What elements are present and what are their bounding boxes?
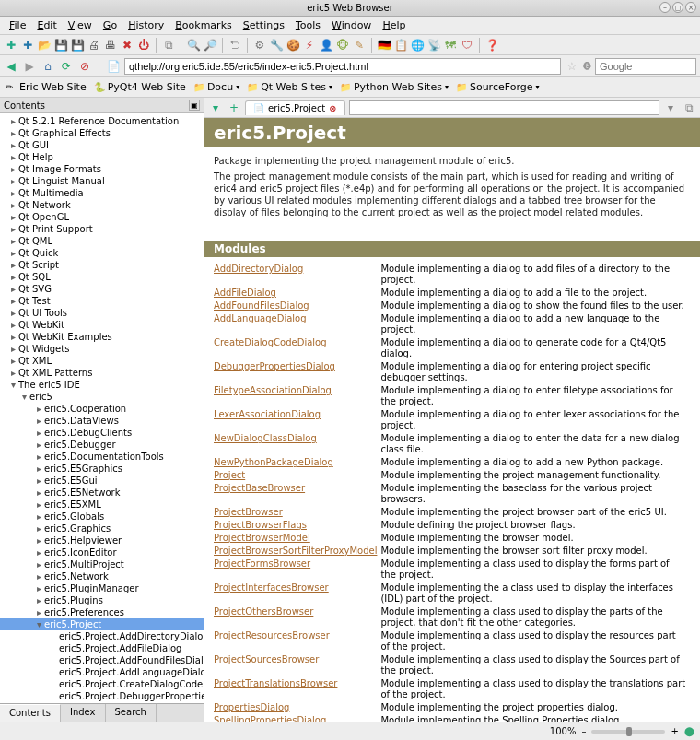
network-icon[interactable]: 🌐 — [410, 38, 425, 53]
tree-item[interactable]: ▸eric5.E5Graphics — [0, 463, 204, 475]
new-window-icon[interactable]: ✚ — [20, 38, 35, 53]
module-link[interactable]: Project — [214, 470, 245, 480]
zoom-out-icon[interactable]: – — [581, 726, 586, 736]
find-next-icon[interactable]: 🔎 — [203, 38, 217, 53]
tree-item[interactable]: ▸Qt Quick — [0, 247, 204, 259]
module-link[interactable]: ProjectBrowserModel — [214, 533, 310, 543]
tree-item[interactable]: ▸eric5.DebugClients — [0, 427, 204, 439]
menu-file[interactable]: File — [4, 18, 31, 33]
tree-item[interactable]: ▸Qt XML — [0, 355, 204, 367]
sitemap-icon[interactable]: 🗺 — [443, 38, 458, 53]
save-icon[interactable]: 💾 — [53, 38, 68, 53]
module-link[interactable]: ProjectResourcesBrowser — [214, 630, 330, 640]
module-link[interactable]: ProjectInterfacesBrowser — [214, 582, 329, 593]
print-icon[interactable]: 🖨 — [87, 38, 101, 53]
tree-item[interactable]: ▸Qt Help — [0, 151, 204, 163]
menu-bookmarks[interactable]: Bookmarks — [169, 18, 237, 33]
menu-help[interactable]: Help — [377, 18, 411, 33]
tree-item[interactable]: eric5.Project.AddDirectoryDialog — [0, 630, 204, 642]
greasemonkey-icon[interactable]: 🐵 — [335, 38, 350, 53]
tree-item[interactable]: ▸Qt GUI — [0, 139, 204, 151]
active-tab[interactable]: 📄 eric5.Project ⊗ — [245, 100, 345, 115]
bookmark-qt-web-sites[interactable]: 📁Qt Web Sites ▾ — [247, 81, 332, 93]
tree-item[interactable]: ▸eric5.Globals — [0, 511, 204, 523]
tree-item[interactable]: ▸Qt SQL — [0, 271, 204, 283]
reload-icon[interactable]: ⟳ — [59, 59, 74, 74]
tree-item[interactable]: ▸Qt Image Formats — [0, 163, 204, 175]
bookmark-python-web-sites[interactable]: 📁Python Web Sites ▾ — [340, 81, 449, 93]
module-link[interactable]: AddFoundFilesDialog — [214, 300, 309, 311]
menu-go[interactable]: Go — [98, 18, 122, 33]
module-link[interactable]: AddDirectoryDialog — [214, 264, 303, 274]
tree-item[interactable]: ▸Qt OpenGL — [0, 211, 204, 223]
tree-item[interactable]: ▸Qt Print Support — [0, 223, 204, 235]
flag-de-icon[interactable]: 🇩🇪 — [377, 38, 391, 53]
menu-tools[interactable]: Tools — [290, 18, 326, 33]
zoom-in-icon[interactable]: + — [671, 726, 678, 736]
tab-find-input[interactable] — [349, 100, 659, 115]
edit-icon[interactable]: ✎ — [352, 38, 367, 53]
help-icon[interactable]: ❓ — [484, 38, 499, 53]
tree-item[interactable]: ▸eric5.E5Gui — [0, 475, 204, 487]
personal-icon[interactable]: 👤 — [319, 38, 333, 53]
tree-item[interactable]: ▸eric5.Preferences — [0, 606, 204, 618]
tree-item[interactable]: ▸eric5.Graphics — [0, 523, 204, 534]
tree-item[interactable]: eric5.Project.AddFoundFilesDialog — [0, 654, 204, 666]
menu-settings[interactable]: Settings — [238, 18, 290, 33]
module-link[interactable]: AddFileDialog — [214, 288, 276, 298]
module-link[interactable]: CreateDialogCodeDialog — [214, 337, 327, 347]
home-icon[interactable]: ⌂ — [41, 59, 55, 74]
tree-item[interactable]: ▸eric5.Network — [0, 570, 204, 582]
module-link[interactable]: SpellingPropertiesDialog — [214, 715, 326, 722]
print-preview-icon[interactable]: 🖶 — [103, 38, 118, 53]
search-engine-icon[interactable]: 🅖 — [583, 62, 591, 71]
tree-item[interactable]: eric5.Project.AddFileDialog — [0, 642, 204, 654]
copy-icon[interactable]: ⧉ — [161, 38, 176, 53]
tree-item[interactable]: ▾eric5 — [0, 391, 204, 403]
sidebar-close-button[interactable]: ▣ — [189, 100, 200, 111]
tree-item[interactable]: ▾The eric5 IDE — [0, 379, 204, 391]
bookmark-sourceforge[interactable]: 📁SourceForge ▾ — [456, 81, 540, 93]
sidebar-tab-index[interactable]: Index — [61, 704, 106, 722]
tree-item[interactable]: ▸Qt WebKit — [0, 319, 204, 331]
tree-item[interactable]: ▸Qt Test — [0, 295, 204, 307]
stop-icon[interactable]: ⊘ — [77, 59, 92, 74]
back-history-icon[interactable]: ⮌ — [228, 38, 242, 53]
tree-item[interactable]: ▸eric5.MultiProject — [0, 558, 204, 570]
add-tab-icon[interactable]: + — [227, 100, 241, 115]
bookmark-pyqt4-web-site[interactable]: 🐍PyQt4 Web Site — [94, 81, 186, 93]
cookies-icon[interactable]: 🍪 — [286, 38, 300, 53]
tree-item[interactable]: ▸eric5.DocumentationTools — [0, 451, 204, 463]
tree-item[interactable]: ▸Qt 5.2.1 Reference Documentation — [0, 115, 204, 127]
open-icon[interactable]: 📂 — [37, 38, 52, 53]
bookmark-eric-web-site[interactable]: ✏Eric Web Site — [6, 81, 87, 93]
tree-item[interactable]: ▸Qt Graphical Effects — [0, 127, 204, 139]
clone-tab-icon[interactable]: ⧉ — [682, 100, 696, 115]
module-link[interactable]: NewPythonPackageDialog — [214, 457, 333, 467]
tree-item[interactable]: ▸eric5.Cooperation — [0, 403, 204, 415]
tree-item[interactable]: ▸eric5.Plugins — [0, 594, 204, 606]
tree-item[interactable]: ▸Qt Multimedia — [0, 187, 204, 199]
search-input[interactable] — [595, 58, 696, 75]
tree-item[interactable]: ▸Qt QML — [0, 235, 204, 247]
tree-item[interactable]: eric5.Project.AddLanguageDialog — [0, 666, 204, 678]
menu-history[interactable]: History — [122, 18, 169, 33]
module-link[interactable]: ProjectOthersBrowser — [214, 606, 313, 617]
tree-item[interactable]: ▾eric5.Project — [0, 618, 204, 630]
tree-item[interactable]: ▸eric5.DataViews — [0, 415, 204, 427]
tree-item[interactable]: ▸eric5.E5Network — [0, 487, 204, 499]
module-link[interactable]: ProjectBaseBrowser — [214, 483, 305, 493]
tree-item[interactable]: ▸eric5.E5XML — [0, 499, 204, 511]
sidebar-tab-search[interactable]: Search — [106, 704, 157, 722]
url-input[interactable] — [124, 58, 561, 75]
maximize-button[interactable]: ◻ — [672, 2, 683, 13]
module-link[interactable]: AddLanguageDialog — [214, 313, 307, 323]
manage-icon[interactable]: 🔧 — [269, 38, 284, 53]
rss-icon[interactable]: 📡 — [426, 38, 441, 53]
tab-close-icon[interactable]: ⊗ — [329, 103, 336, 113]
module-link[interactable]: ProjectFormsBrowser — [214, 558, 310, 569]
quit-icon[interactable]: ⏻ — [136, 38, 151, 53]
tab-list-icon[interactable]: ▾ — [208, 100, 223, 115]
back-icon[interactable]: ◀ — [4, 59, 18, 74]
module-link[interactable]: ProjectBrowserSortFilterProxyModel — [214, 546, 377, 556]
